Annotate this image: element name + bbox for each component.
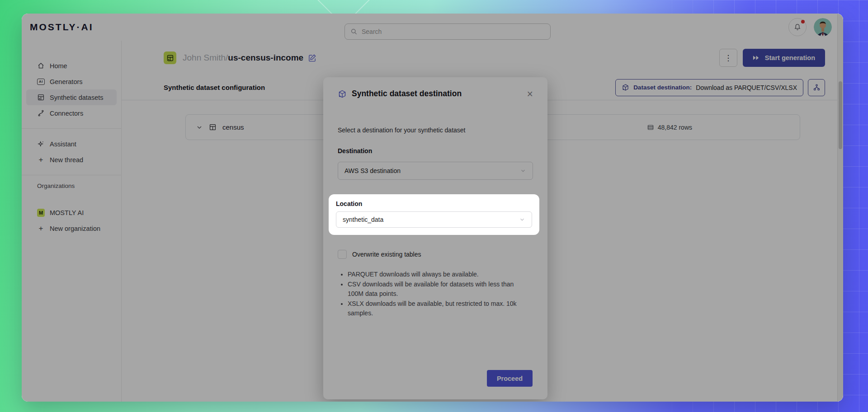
- bell-icon: [793, 23, 802, 31]
- synthetic-datasets-icon: [37, 94, 45, 101]
- sidebar-divider: [22, 175, 121, 175]
- modal-subtitle: Select a destination for your synthetic …: [338, 126, 533, 134]
- generators-icon: AI: [37, 79, 45, 85]
- synthetic-dataset-destination-modal: Synthetic dataset destination × Select a…: [323, 77, 547, 399]
- cube-icon: [622, 84, 629, 91]
- list-item: PARQUET downloads will always be availab…: [348, 270, 520, 280]
- destination-select-value: AWS S3 destination: [344, 167, 401, 174]
- dataset-icon: [164, 52, 176, 64]
- sidebar-item-synthetic-datasets[interactable]: Synthetic datasets: [26, 89, 117, 105]
- plus-icon: +: [37, 155, 45, 164]
- sidebar-divider: [22, 128, 121, 129]
- destination-select[interactable]: AWS S3 destination: [338, 162, 533, 180]
- home-icon: [37, 62, 45, 70]
- fast-forward-icon: [753, 55, 760, 61]
- location-spotlight: Location synthetic_data: [329, 194, 539, 235]
- sidebar-item-label: Generators: [50, 78, 83, 85]
- sidebar-item-new-organization[interactable]: + New organization: [26, 220, 117, 236]
- plus-icon: +: [37, 224, 45, 233]
- sidebar: Home AI Generators Synthetic datasets: [22, 41, 122, 402]
- config-actions: Dataset destination: Download as PARQUET…: [615, 79, 825, 96]
- scrollbar-thumb[interactable]: [839, 81, 842, 149]
- rows-count: 48,842 rows: [647, 124, 692, 131]
- sidebar-item-organization-mostly-ai[interactable]: M MOSTLY AI: [26, 205, 117, 220]
- connectors-icon: [37, 109, 45, 117]
- close-icon[interactable]: ×: [527, 89, 533, 98]
- sidebar-item-label: Home: [50, 62, 67, 70]
- scrollbar[interactable]: [837, 14, 843, 402]
- notifications-button[interactable]: [788, 18, 807, 36]
- overwrite-checkbox-row[interactable]: Overwrite existing tables: [338, 250, 533, 259]
- modal-title: Synthetic dataset destination: [352, 89, 462, 98]
- hierarchy-icon: [813, 84, 821, 91]
- breadcrumb-owner: John Smith/: [183, 53, 228, 63]
- app-window: MOSTLY·AI: [22, 14, 843, 402]
- config-title: Synthetic dataset configuration: [164, 84, 265, 91]
- sidebar-item-label: Synthetic datasets: [50, 94, 104, 101]
- table-icon: [209, 123, 217, 131]
- organizations-heading: Organizations: [26, 183, 117, 189]
- search-icon: [350, 28, 358, 35]
- cube-icon: [338, 89, 347, 98]
- overwrite-checkbox[interactable]: [338, 250, 347, 259]
- notification-badge: [801, 20, 805, 23]
- modal-header: Synthetic dataset destination ×: [338, 77, 533, 98]
- destination-label: Destination: [338, 147, 533, 154]
- organization-badge: M: [37, 209, 45, 217]
- location-select-value: synthetic_data: [343, 216, 383, 223]
- sidebar-item-label: New organization: [50, 225, 100, 232]
- proceed-button[interactable]: Proceed: [487, 370, 533, 387]
- chevron-down-icon: [520, 168, 526, 174]
- sidebar-item-generators[interactable]: AI Generators: [26, 74, 117, 89]
- search-input[interactable]: [362, 28, 545, 35]
- download-notes-list: PARQUET downloads will always be availab…: [338, 270, 520, 318]
- sidebar-item-connectors[interactable]: Connectors: [26, 105, 117, 121]
- overwrite-label: Overwrite existing tables: [352, 251, 421, 258]
- sidebar-item-label: Assistant: [50, 140, 76, 148]
- chevron-down-icon[interactable]: [196, 124, 203, 131]
- sidebar-item-new-thread[interactable]: + New thread: [26, 152, 117, 168]
- page-header: John Smith/ us-census-income ⋮ Start gen…: [122, 41, 843, 75]
- assistant-sparkle-icon: [37, 140, 45, 148]
- list-item: XSLX downloads will be available, but re…: [348, 299, 520, 318]
- search-bar[interactable]: [344, 23, 551, 40]
- more-options-button[interactable]: ⋮: [719, 49, 737, 67]
- brand-logo: MOSTLY·AI: [30, 14, 94, 41]
- topbar: MOSTLY·AI: [22, 14, 843, 41]
- user-avatar[interactable]: [814, 18, 832, 36]
- header-actions: ⋮ Start generation: [719, 49, 825, 67]
- dataset-destination-label: Dataset destination:: [633, 84, 692, 91]
- sidebar-item-label: Connectors: [50, 110, 83, 117]
- relations-view-button[interactable]: [808, 79, 825, 96]
- start-generation-button[interactable]: Start generation: [743, 49, 825, 67]
- sidebar-item-assistant[interactable]: Assistant: [26, 136, 117, 152]
- location-label: Location: [336, 200, 532, 207]
- table-name: census: [222, 123, 244, 131]
- chevron-down-icon: [519, 216, 525, 223]
- sidebar-item-home[interactable]: Home: [26, 58, 117, 74]
- dataset-destination-button[interactable]: Dataset destination: Download as PARQUET…: [615, 79, 803, 96]
- rows-icon: [647, 124, 654, 131]
- dataset-destination-value: Download as PARQUET/CSV/XLSX: [696, 84, 797, 91]
- organization-name: MOSTLY AI: [50, 209, 84, 216]
- breadcrumb-dataset-name: us-census-income: [228, 53, 303, 63]
- location-select[interactable]: synthetic_data: [336, 211, 532, 228]
- edit-name-icon[interactable]: [308, 54, 316, 62]
- list-item: CSV downloads will be available for data…: [348, 280, 520, 299]
- sidebar-item-label: New thread: [50, 156, 83, 164]
